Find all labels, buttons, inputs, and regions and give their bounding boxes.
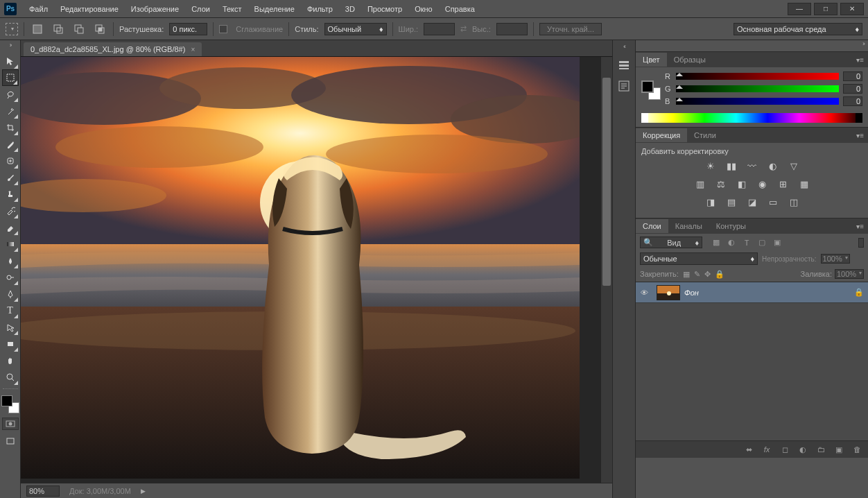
- menu-view[interactable]: Просмотр: [362, 2, 408, 16]
- menu-help[interactable]: Справка: [440, 2, 480, 16]
- tab-layers[interactable]: Слои: [636, 219, 668, 233]
- hand-tool[interactable]: [2, 352, 19, 369]
- refine-edge-button[interactable]: Уточн. край...: [539, 23, 602, 35]
- feather-input[interactable]: [169, 23, 207, 35]
- marquee-tool-preset-icon[interactable]: [6, 23, 18, 35]
- path-selection-tool[interactable]: [2, 319, 19, 336]
- selection-add-icon[interactable]: [51, 22, 66, 37]
- menu-image[interactable]: Изображение: [125, 2, 184, 16]
- b-value-input[interactable]: 0: [843, 96, 862, 106]
- foreground-color-swatch[interactable]: [1, 395, 12, 406]
- tab-channels[interactable]: Каналы: [668, 219, 709, 233]
- adj-bw-icon[interactable]: ◧: [735, 178, 749, 190]
- menu-filter[interactable]: Фильтр: [302, 2, 338, 16]
- clone-stamp-tool[interactable]: [2, 186, 19, 203]
- properties-panel-icon[interactable]: [614, 76, 634, 96]
- blend-mode-select[interactable]: Обычные♦: [640, 252, 758, 265]
- new-adjustment-layer-icon[interactable]: ◐: [797, 444, 808, 455]
- pen-tool[interactable]: [2, 286, 19, 302]
- layer-lock-icon[interactable]: 🔒: [854, 288, 868, 297]
- selection-subtract-icon[interactable]: [71, 22, 87, 37]
- g-value-input[interactable]: 0: [843, 84, 862, 94]
- selection-intersect-icon[interactable]: [92, 22, 107, 37]
- gradient-tool[interactable]: [2, 236, 19, 252]
- tab-adjustments[interactable]: Коррекция: [636, 128, 687, 142]
- eraser-tool[interactable]: [2, 219, 19, 236]
- screen-mode-button[interactable]: [2, 433, 19, 449]
- brush-tool[interactable]: [2, 169, 19, 186]
- adj-exposure-icon[interactable]: ◐: [766, 160, 780, 172]
- lock-pixels-icon[interactable]: ✎: [694, 270, 700, 279]
- r-slider[interactable]: [676, 73, 839, 80]
- filter-adjustment-icon[interactable]: ◐: [726, 237, 737, 248]
- type-tool[interactable]: T: [2, 302, 19, 319]
- status-menu-icon[interactable]: ▶: [141, 488, 146, 495]
- adj-invert-icon[interactable]: ◨: [704, 196, 718, 208]
- menu-file[interactable]: Файл: [24, 2, 53, 16]
- adj-threshold-icon[interactable]: ◪: [745, 196, 759, 208]
- adj-levels-icon[interactable]: ▮▮: [724, 160, 738, 172]
- adj-channel-mixer-icon[interactable]: ⊞: [776, 178, 790, 190]
- adj-curves-icon[interactable]: 〰: [745, 160, 759, 172]
- g-slider[interactable]: [676, 85, 839, 92]
- eyedropper-tool[interactable]: [2, 136, 19, 153]
- vertical-scrollbar[interactable]: [601, 57, 612, 483]
- marquee-tool[interactable]: [2, 69, 19, 86]
- layer-name[interactable]: Фон: [684, 289, 854, 297]
- tab-color[interactable]: Цвет: [636, 53, 667, 67]
- tab-paths[interactable]: Контуры: [709, 219, 753, 233]
- quick-mask-button[interactable]: [2, 418, 19, 430]
- document-tab[interactable]: 0_d882a_dc2a8585_XL.jpg @ 80% (RGB/8#) ×: [24, 42, 202, 56]
- opacity-input[interactable]: 100%▾: [821, 254, 850, 264]
- lock-position-icon[interactable]: ✥: [704, 270, 711, 279]
- add-mask-icon[interactable]: ◻: [779, 444, 790, 455]
- layer-item-background[interactable]: 👁 Фон 🔒: [636, 282, 868, 303]
- mid-collapse-icon[interactable]: ‹‹: [623, 43, 625, 54]
- layer-filter-kind-select[interactable]: 🔍Вид♦: [640, 237, 702, 248]
- selection-new-icon[interactable]: [30, 22, 45, 37]
- color-swatches[interactable]: [1, 395, 19, 413]
- tools-expand-icon[interactable]: ››: [10, 42, 11, 49]
- history-brush-tool[interactable]: [2, 203, 19, 219]
- tab-styles[interactable]: Стили: [687, 128, 723, 142]
- rectangle-tool[interactable]: [2, 336, 19, 352]
- lock-all-icon[interactable]: 🔒: [715, 270, 724, 279]
- zoom-tool[interactable]: [2, 369, 19, 386]
- close-tab-icon[interactable]: ×: [191, 46, 195, 53]
- delete-layer-icon[interactable]: 🗑: [851, 444, 862, 455]
- panels-collapse-icon[interactable]: ››: [636, 40, 868, 51]
- adj-balance-icon[interactable]: ⚖: [714, 178, 728, 190]
- color-panel-menu-icon[interactable]: ▾≡: [852, 56, 868, 64]
- filter-smart-icon[interactable]: ▣: [772, 237, 783, 248]
- filter-toggle-switch[interactable]: [858, 238, 864, 248]
- window-close-button[interactable]: ✕: [840, 3, 864, 15]
- history-panel-icon[interactable]: [614, 55, 634, 75]
- adj-posterize-icon[interactable]: ▤: [724, 196, 738, 208]
- window-maximize-button[interactable]: □: [814, 3, 837, 15]
- layer-visibility-icon[interactable]: 👁: [636, 289, 652, 297]
- adj-photo-filter-icon[interactable]: ◉: [756, 178, 770, 190]
- adj-selective-color-icon[interactable]: ◫: [787, 196, 801, 208]
- color-panel-swatches[interactable]: [641, 80, 661, 100]
- blur-tool[interactable]: [2, 252, 19, 269]
- adjustments-panel-menu-icon[interactable]: ▾≡: [852, 132, 868, 139]
- tab-swatches[interactable]: Образцы: [667, 53, 713, 67]
- menu-edit[interactable]: Редактирование: [55, 2, 124, 16]
- color-spectrum[interactable]: [641, 113, 862, 123]
- fill-input[interactable]: 100%▾: [835, 269, 864, 279]
- window-minimize-button[interactable]: —: [788, 3, 811, 15]
- dodge-tool[interactable]: [2, 269, 19, 286]
- adj-brightness-icon[interactable]: ☀: [704, 160, 718, 172]
- filter-type-icon[interactable]: T: [741, 237, 752, 248]
- menu-select[interactable]: Выделение: [249, 2, 300, 16]
- workspace-select[interactable]: Основная рабочая среда♦: [734, 23, 862, 35]
- new-group-icon[interactable]: 🗀: [815, 444, 826, 455]
- menu-layers[interactable]: Слои: [186, 2, 216, 16]
- menu-type[interactable]: Текст: [217, 2, 248, 16]
- layer-thumbnail[interactable]: [657, 285, 680, 300]
- link-layers-icon[interactable]: ⬌: [743, 444, 754, 455]
- style-select[interactable]: Обычный♦: [324, 23, 387, 35]
- adj-gradient-map-icon[interactable]: ▭: [766, 196, 780, 208]
- adj-hue-icon[interactable]: ▥: [693, 178, 707, 190]
- lock-transparency-icon[interactable]: ▦: [683, 270, 690, 279]
